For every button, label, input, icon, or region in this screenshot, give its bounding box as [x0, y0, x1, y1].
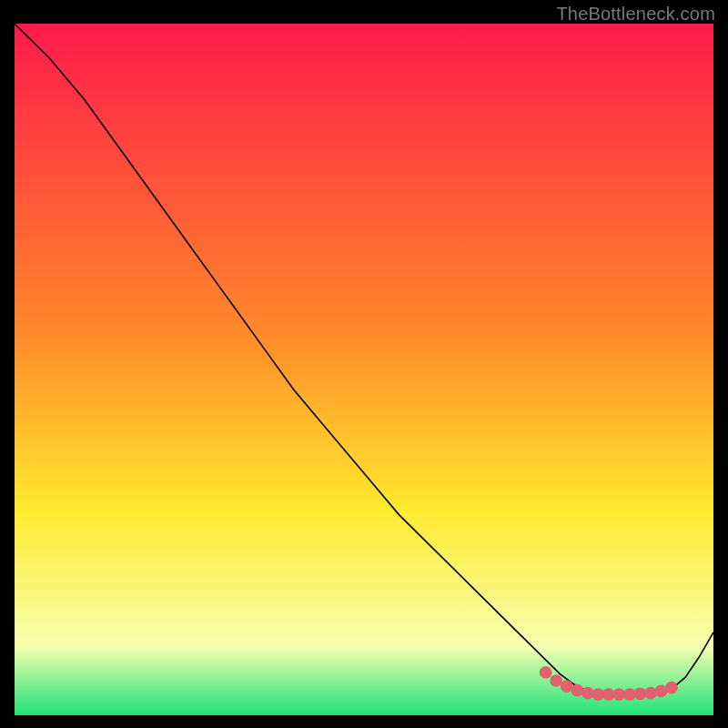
- watermark-text: TheBottleneck.com: [556, 4, 715, 25]
- gradient-background: [15, 24, 713, 715]
- marker-point: [665, 682, 678, 694]
- bottleneck-chart: [15, 24, 713, 715]
- marker-point: [644, 687, 657, 700]
- marker-point: [540, 666, 552, 679]
- chart-frame: TheBottleneck.com: [0, 0, 728, 728]
